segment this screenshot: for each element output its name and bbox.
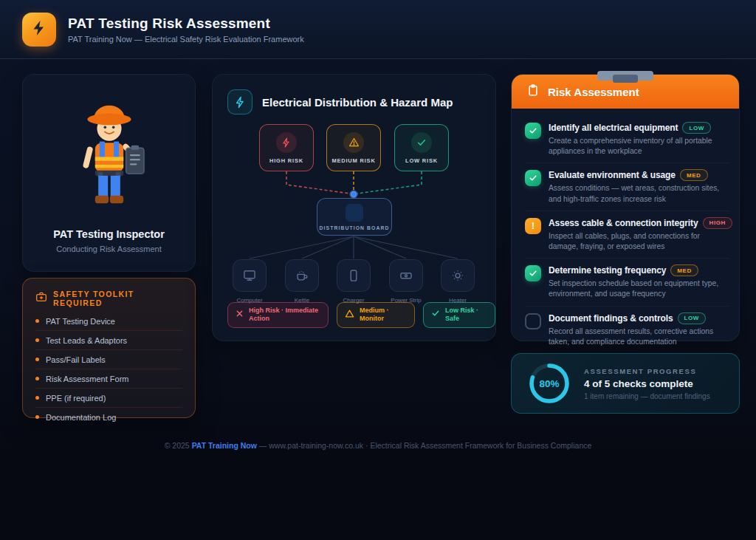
bullet-dot-icon xyxy=(35,396,39,400)
checklist-item-body: Assess cable & connection integrity HIGH… xyxy=(549,217,732,252)
risk-node-high: HIGH RISK xyxy=(259,124,314,171)
checklist-item-body: Determine testing frequency MED Set insp… xyxy=(549,264,727,299)
checkbox-checked-icon[interactable] xyxy=(525,123,541,139)
inspector-name: PAT Testing Inspector xyxy=(53,228,165,240)
risk-badge: HIGH xyxy=(703,217,732,229)
risk-badge: MED xyxy=(680,169,708,181)
appliance-computer: Computer xyxy=(233,259,267,304)
checklist-item-desc: Create a comprehensive inventory of all … xyxy=(549,136,727,157)
checklist-item: Identify all electrical equipment LOW Cr… xyxy=(525,116,729,163)
toolkit-title: SAFETY TOOLKIT REQUIRED xyxy=(53,290,182,307)
checklist-item-body: Identify all electrical equipment LOW Cr… xyxy=(549,122,727,157)
risk-badge: LOW xyxy=(678,312,706,324)
risk-assessment-card: Risk Assessment Identify all electrical … xyxy=(511,74,740,341)
legend-label: Medium · Monitor xyxy=(360,307,407,324)
checklist-item-title: Document findings & controls xyxy=(549,313,673,324)
footer-brand-link[interactable]: PAT Training Now xyxy=(192,441,257,450)
checklist: Identify all electrical equipment LOW Cr… xyxy=(512,109,739,359)
toolkit-card: SAFETY TOOLKIT REQUIRED PAT Testing Devi… xyxy=(22,278,196,418)
checklist-item: Evaluate environment & usage MED Assess … xyxy=(525,163,729,211)
checklist-item-body: Document findings & controls LOW Record … xyxy=(549,312,727,347)
page-subtitle: PAT Training Now — Electrical Safety Ris… xyxy=(68,35,304,44)
bullet-dot-icon xyxy=(35,415,39,419)
bullet-dot-icon xyxy=(35,338,39,342)
risk-node-label: HIGH RISK xyxy=(269,157,303,164)
inspector-card: PAT Testing Inspector Conducting Risk As… xyxy=(22,74,196,272)
risk-node-label: LOW RISK xyxy=(405,157,438,164)
check-icon xyxy=(411,132,432,153)
kettle-icon xyxy=(285,259,319,292)
warning-triangle-icon xyxy=(343,132,364,153)
toolkit-item-label: Pass/Fail Labels xyxy=(46,355,106,364)
progress-percent: 80% xyxy=(528,362,571,405)
toolkit-item-label: Risk Assessment Form xyxy=(46,375,128,383)
checklist-item-title: Assess cable & connection integrity xyxy=(549,218,698,228)
checklist-item-desc: Set inspection schedule based on equipme… xyxy=(549,278,727,299)
footer-text: — www.pat-training-now.co.uk · Electrica… xyxy=(257,441,591,450)
appliance-charger: Charger xyxy=(337,259,371,304)
checklist-item: ! Assess cable & connection integrity HI… xyxy=(525,211,729,259)
checkbox-checked-icon[interactable] xyxy=(525,170,541,186)
checkbox-empty-icon[interactable] xyxy=(525,313,541,329)
distribution-board-node: DISTRIBUTION BOARD xyxy=(317,198,392,236)
risk-node-low: LOW RISK xyxy=(394,124,449,171)
page-title: PAT Testing Risk Assessment xyxy=(68,16,304,32)
bullet-dot-icon xyxy=(35,319,39,323)
toolkit-item: Pass/Fail Labels xyxy=(35,350,182,369)
phone-icon xyxy=(337,259,371,292)
checklist-item: Document findings & controls LOW Record … xyxy=(525,307,729,353)
toolkit-item: Risk Assessment Form xyxy=(35,369,182,389)
checkbox-checked-icon[interactable] xyxy=(525,265,541,281)
check-icon xyxy=(431,309,440,321)
risk-badge: MED xyxy=(670,264,698,276)
legend-row: High Risk · Immediate Action Medium · Mo… xyxy=(227,302,495,328)
progress-note: 1 item remaining — document findings xyxy=(584,392,710,400)
clipboard-icon xyxy=(526,83,540,100)
appliance-power-strip: Power Strip xyxy=(389,259,423,304)
header-text: PAT Testing Risk Assessment PAT Training… xyxy=(68,16,304,44)
checklist-item-title: Identify all electrical equipment xyxy=(549,123,678,133)
distribution-board-label: DISTRIBUTION BOARD xyxy=(320,225,390,230)
checklist-item-title: Determine testing frequency xyxy=(549,265,666,276)
progress-ring: 80% xyxy=(528,362,571,405)
checklist-item-desc: Assess conditions — wet areas, construct… xyxy=(549,183,727,204)
checklist-item-desc: Record all assessment results, correctiv… xyxy=(549,327,727,347)
toolkit-item-label: PPE (if required) xyxy=(46,394,106,403)
appliance-kettle: Kettle xyxy=(285,259,319,304)
monitor-icon xyxy=(233,259,267,292)
risk-node-label: MEDIUM RISK xyxy=(331,157,375,164)
legend-label: Low Risk · Safe xyxy=(445,307,487,324)
risk-assessment-header: Risk Assessment xyxy=(512,75,739,109)
heater-icon xyxy=(441,259,475,292)
monitor-icon xyxy=(346,204,363,222)
clipboard-clip xyxy=(597,71,653,81)
warning-triangle-icon xyxy=(345,309,354,321)
progress-text: ASSESSMENT PROGRESS 4 of 5 checks comple… xyxy=(584,367,710,400)
hazard-map-card: Electrical Distribution & Hazard Map HIG… xyxy=(212,74,496,341)
lightning-bolt-icon xyxy=(30,19,48,40)
inspector-illustration xyxy=(58,94,161,205)
footer-copyright: © 2025 xyxy=(165,441,192,450)
checkbox-warning-icon[interactable]: ! xyxy=(525,218,541,234)
inspector-role: Conducting Risk Assessment xyxy=(56,245,161,253)
first-aid-kit-icon xyxy=(35,291,47,306)
legend-medium-risk: Medium · Monitor xyxy=(337,302,415,328)
checklist-item-desc: Inspect all cables, plugs, and connectio… xyxy=(549,231,727,252)
checklist-item-body: Evaluate environment & usage MED Assess … xyxy=(549,169,727,204)
legend-high-risk: High Risk · Immediate Action xyxy=(227,302,329,328)
progress-headline: 4 of 5 checks complete xyxy=(584,378,710,389)
checklist-item-title: Evaluate environment & usage xyxy=(549,170,676,180)
bullet-dot-icon xyxy=(35,377,39,380)
risk-node-medium: MEDIUM RISK xyxy=(326,124,381,171)
bolt-icon xyxy=(227,89,252,115)
progress-label: ASSESSMENT PROGRESS xyxy=(584,367,710,375)
appliance-heater: Heater xyxy=(441,259,475,304)
progress-card: 80% ASSESSMENT PROGRESS 4 of 5 checks co… xyxy=(511,353,740,414)
footer: © 2025 PAT Training Now — www.pat-traini… xyxy=(0,441,756,450)
toolkit-item: Documentation Log xyxy=(35,408,182,426)
app-header: PAT Testing Risk Assessment PAT Training… xyxy=(0,0,756,59)
toolkit-item: Test Leads & Adaptors xyxy=(35,331,182,350)
hazard-map-title: Electrical Distribution & Hazard Map xyxy=(262,96,453,109)
x-icon xyxy=(236,310,244,321)
toolkit-header: SAFETY TOOLKIT REQUIRED xyxy=(35,290,182,307)
